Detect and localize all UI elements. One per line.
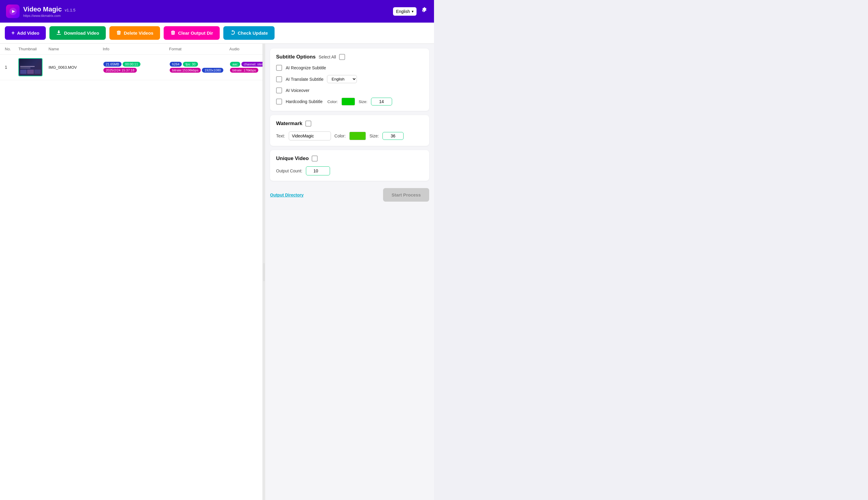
- watermark-color-swatch[interactable]: [349, 132, 366, 140]
- output-directory-button[interactable]: Output Directory: [270, 193, 304, 197]
- row-audio: aac channel: stereo bitrate: 176kbps: [229, 61, 263, 73]
- unique-video-title: Unique Video: [276, 156, 423, 161]
- hardcoding-checkbox[interactable]: [276, 99, 282, 105]
- col-info: Info: [103, 47, 169, 51]
- download-video-label: Download Video: [64, 31, 99, 36]
- watermark-card: Watermark Text: Color: Size:: [270, 115, 429, 146]
- select-all-label: Select All: [319, 55, 336, 59]
- watermark-options-row: Text: Color: Size:: [276, 132, 423, 140]
- table-row[interactable]: 1 IMG_0063.MOV 21.65MB 00:00:1: [0, 55, 263, 80]
- watermark-title: Watermark: [276, 121, 423, 127]
- panel-footer: Output Directory Start Process: [270, 185, 429, 202]
- hardcoding-row: Hardcoding Subtitle Color: Size:: [276, 98, 423, 105]
- language-label: English: [396, 9, 410, 14]
- ai-recognize-row: AI Recognize Subtitle: [276, 65, 423, 71]
- check-update-label: Check Update: [238, 31, 268, 36]
- hardcoding-color-swatch[interactable]: [342, 98, 355, 105]
- check-update-button[interactable]: Check Update: [223, 26, 275, 40]
- select-all-checkbox[interactable]: [339, 54, 345, 60]
- delete-videos-button[interactable]: Delete Videos: [110, 26, 160, 40]
- ai-recognize-checkbox[interactable]: [276, 65, 282, 71]
- delete-videos-label: Delete Videos: [124, 31, 153, 36]
- color-label: Color:: [327, 100, 338, 104]
- row-format: h264 fps: 30 bitrate:15106kbps 1920x1080: [169, 61, 229, 73]
- header-left: Video Magic v1.1.5 https://www.tikmatrix…: [6, 4, 75, 18]
- watermark-checkbox[interactable]: [305, 121, 311, 127]
- add-video-button[interactable]: + Add Video: [5, 26, 46, 40]
- download-video-button[interactable]: Download Video: [49, 26, 105, 40]
- plus-icon: +: [11, 30, 15, 36]
- col-name: Name: [48, 47, 103, 51]
- format-res-tag: 1920x1080: [202, 68, 223, 73]
- ai-voiceover-row: AI Voiceover: [276, 88, 423, 93]
- add-video-label: Add Video: [17, 31, 39, 36]
- thumbnail: [19, 58, 43, 76]
- app-logo: [6, 4, 20, 18]
- settings-button[interactable]: [420, 6, 428, 16]
- scroll-handle[interactable]: [263, 263, 265, 281]
- clear-output-button[interactable]: Clear Output Dir: [164, 26, 220, 40]
- audio-codec-tag: aac: [230, 62, 240, 67]
- info-duration-tag: 00:00:11: [123, 62, 140, 67]
- unique-video-checkbox[interactable]: [312, 156, 318, 161]
- table-header: No. Thumbnail Name Info Format Audio: [0, 44, 263, 55]
- output-count-row: Output Count:: [276, 166, 423, 175]
- scroll-divider: [263, 44, 265, 500]
- size-label: Size:: [359, 100, 367, 104]
- unique-video-card: Unique Video Output Count:: [270, 150, 429, 181]
- subtitle-options-card: Subtitle Options Select All AI Recognize…: [270, 48, 429, 111]
- output-count-label: Output Count:: [276, 169, 302, 173]
- app-title-block: Video Magic v1.1.5 https://www.tikmatrix…: [23, 5, 75, 18]
- output-count-input[interactable]: [306, 166, 330, 175]
- app-header: Video Magic v1.1.5 https://www.tikmatrix…: [0, 0, 434, 23]
- audio-bitrate-tag: bitrate: 176kbps: [230, 68, 258, 73]
- clear-icon: [170, 30, 176, 36]
- ai-translate-row: AI Translate Subtitle English Chinese Sp…: [276, 75, 423, 83]
- header-right: English ▾: [393, 6, 428, 16]
- info-size-tag: 21.65MB: [103, 62, 122, 67]
- download-icon: [56, 30, 61, 36]
- ai-translate-label: AI Translate Subtitle: [286, 77, 323, 82]
- wm-size-label: Size:: [369, 134, 379, 138]
- toolbar: + Add Video Download Video Delete Videos…: [0, 23, 434, 44]
- subtitle-options-title: Subtitle Options Select All: [276, 54, 423, 60]
- ai-voiceover-checkbox[interactable]: [276, 88, 282, 93]
- app-name: Video Magic: [23, 5, 62, 13]
- subtitle-options-label: Subtitle Options: [276, 54, 316, 60]
- hardcoding-label: Hardcoding Subtitle: [286, 99, 322, 104]
- row-name: IMG_0063.MOV: [48, 65, 103, 70]
- format-bitrate-tag: bitrate:15106kbps: [170, 68, 201, 73]
- audio-channel-tag: channel: stereo: [241, 62, 263, 67]
- col-thumbnail: Thumbnail: [19, 47, 48, 51]
- ai-recognize-label: AI Recognize Subtitle: [286, 65, 326, 70]
- col-format: Format: [169, 47, 229, 51]
- info-date-tag: 2025/2/24 15:37:18: [103, 68, 137, 73]
- col-no: No.: [5, 47, 19, 51]
- app-version: v1.1.5: [65, 8, 75, 12]
- format-codec-tag: h264: [170, 62, 182, 67]
- clear-output-label: Clear Output Dir: [178, 31, 213, 36]
- watermark-size-input[interactable]: [382, 132, 403, 140]
- ai-translate-checkbox[interactable]: [276, 76, 282, 82]
- update-icon: [230, 30, 236, 36]
- col-audio: Audio: [229, 47, 263, 51]
- main-content: No. Thumbnail Name Info Format Audio 1: [0, 44, 434, 500]
- chevron-down-icon: ▾: [412, 9, 413, 13]
- hardcoding-size-input[interactable]: [371, 98, 392, 105]
- watermark-label: Watermark: [276, 121, 302, 127]
- svg-rect-2: [57, 34, 61, 35]
- right-panel: Subtitle Options Select All AI Recognize…: [265, 44, 434, 500]
- ai-voiceover-label: AI Voiceover: [286, 88, 309, 93]
- app-url: https://www.tikmatrix.com: [23, 14, 75, 18]
- trash-icon: [116, 30, 122, 36]
- row-info: 21.65MB 00:00:11 2025/2/24 15:37:18: [103, 61, 169, 73]
- video-list-panel: No. Thumbnail Name Info Format Audio 1: [0, 44, 263, 500]
- start-process-button[interactable]: Start Process: [383, 188, 429, 202]
- watermark-text-input[interactable]: [289, 132, 331, 140]
- wm-color-label: Color:: [334, 134, 346, 138]
- format-fps-tag: fps: 30: [183, 62, 198, 67]
- language-selector-wrapper[interactable]: English ▾: [393, 7, 416, 16]
- wm-text-label: Text:: [276, 134, 285, 138]
- unique-video-label: Unique Video: [276, 156, 309, 161]
- translate-language-select[interactable]: English Chinese Spanish French Japanese …: [327, 75, 357, 83]
